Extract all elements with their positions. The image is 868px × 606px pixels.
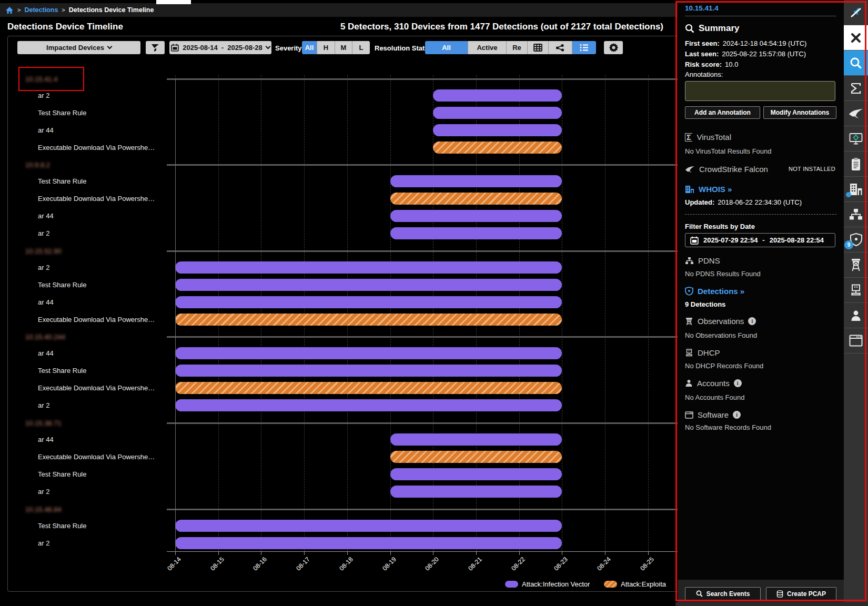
modify-annotations-button[interactable]: Modify Annotations <box>763 106 836 119</box>
timeline-bar[interactable] <box>175 382 562 394</box>
rail-search-button[interactable] <box>844 50 868 76</box>
severity-all-button[interactable]: All <box>302 41 317 54</box>
timeline-bar[interactable] <box>175 537 562 549</box>
timeline-bar[interactable] <box>175 261 562 274</box>
rail-observations-button[interactable] <box>844 252 868 278</box>
severity-low-button[interactable]: L <box>352 41 370 54</box>
detection-rule-label: Test Share Rule <box>38 522 87 530</box>
rail-dhcp-button[interactable] <box>844 278 868 303</box>
panel-date-range[interactable]: 2025-07-29 22:54 - 2025-08-28 22:54 <box>685 233 835 247</box>
device-ip-label[interactable]: 10.15.40.244 <box>25 333 65 341</box>
add-annotation-button[interactable]: Add an Annotation <box>685 106 760 119</box>
search-events-button[interactable]: Search Events <box>685 587 761 600</box>
severity-medium-button[interactable]: M <box>335 41 352 54</box>
timeline-bar[interactable] <box>433 142 562 154</box>
clipboard-icon <box>851 157 861 171</box>
device-ip-label[interactable]: 10.15.41.4 <box>25 75 57 83</box>
rail-endpoint-monitor-button[interactable] <box>844 126 868 152</box>
breadcrumb-detections[interactable]: Detections <box>24 6 58 14</box>
info-icon[interactable]: i <box>734 379 742 387</box>
home-icon[interactable] <box>5 6 14 14</box>
timeline-bar[interactable] <box>175 296 562 308</box>
detection-rule-label: ar 44 <box>38 298 54 306</box>
rail-accounts-button[interactable] <box>844 303 868 328</box>
graph-view-button[interactable] <box>549 41 572 54</box>
timeline-bar[interactable] <box>390 468 562 480</box>
timeline-bar[interactable] <box>175 520 562 532</box>
virustotal-title: VirusTotal <box>697 133 731 142</box>
detections-link[interactable]: Detections » <box>685 287 744 296</box>
rail-unpin-button[interactable] <box>844 0 868 25</box>
timeline-bar[interactable] <box>433 107 562 119</box>
severity-high-button[interactable]: H <box>317 41 335 54</box>
resolution-all-button[interactable]: All <box>425 41 468 54</box>
timeline-bar[interactable] <box>390 210 562 222</box>
last-seen-label: Last seen: <box>685 50 719 58</box>
timeline-bar[interactable] <box>390 451 562 463</box>
table-view-button[interactable] <box>528 41 549 54</box>
timeline-bar[interactable] <box>175 399 562 411</box>
severity-segmented: All H M L <box>302 41 370 54</box>
timeline-bar[interactable] <box>390 227 562 239</box>
settings-button[interactable] <box>604 41 623 54</box>
date-range-button[interactable]: 2025-08-14 - 2025-08-28 <box>169 41 271 54</box>
timeline-bar[interactable] <box>433 124 562 136</box>
rail-virustotal-button[interactable] <box>844 76 868 101</box>
crowdstrike-title: CrowdStrike Falcon <box>699 165 768 174</box>
sigma-icon: Σ <box>685 133 692 142</box>
list-view-button[interactable] <box>572 41 596 54</box>
device-ip-label[interactable]: 10.9.8.2 <box>25 161 50 169</box>
device-ip-label[interactable]: 10.15.38.71 <box>25 419 62 427</box>
axis-tick <box>261 552 261 555</box>
last-seen-row: Last seen:2025-08-22 15:57:08 (UTC) <box>685 50 806 58</box>
annotations-input[interactable] <box>685 81 835 101</box>
date-end: 2025-08-28 <box>227 44 263 52</box>
first-seen-label: First seen: <box>685 39 720 47</box>
first-seen-value: 2024-12-18 04:54:19 (UTC) <box>723 39 807 47</box>
filter-button[interactable] <box>146 41 165 54</box>
timeline-bar[interactable] <box>175 314 562 326</box>
dhcp-empty: No DHCP Records Found <box>685 362 763 370</box>
rail-software-button[interactable] <box>844 328 868 354</box>
first-seen-row: First seen:2024-12-18 04:54:19 (UTC) <box>685 39 806 47</box>
pin-slash-icon <box>849 6 863 19</box>
detection-rule-label: ar 2 <box>38 488 49 496</box>
risk-score-label: Risk score: <box>685 60 722 68</box>
whois-link[interactable]: WHOIS » <box>685 185 732 194</box>
resolution-resolved-button[interactable]: Re <box>507 41 528 54</box>
info-icon[interactable]: i <box>733 411 741 419</box>
rail-pdns-button[interactable] <box>844 202 868 227</box>
detection-rule-label: ar 44 <box>38 212 54 220</box>
rail-crowdstrike-button[interactable] <box>844 101 868 126</box>
timeline-bar[interactable] <box>390 433 562 446</box>
rail-whois-button[interactable] <box>844 177 868 202</box>
pdns-heading: PDNS <box>685 256 720 265</box>
rail-close-button[interactable] <box>844 25 868 50</box>
whois-updated-label: Updated: <box>685 198 714 206</box>
detection-rule-label: Test Share Rule <box>38 177 87 185</box>
sitemap-icon <box>849 208 863 220</box>
crowdstrike-status: NOT INSTALLED <box>789 166 835 172</box>
device-ip-label[interactable]: 10.15.52.90 <box>25 247 62 255</box>
timeline-bar[interactable] <box>390 486 562 498</box>
timeline-bar[interactable] <box>175 347 562 359</box>
breadcrumb-separator: > <box>17 7 21 13</box>
date-start: 2025-08-14 <box>183 44 218 52</box>
rail-notes-button[interactable] <box>844 152 868 177</box>
device-ip-label[interactable]: 10.15.48.84 <box>25 506 62 513</box>
info-icon[interactable]: i <box>748 317 756 325</box>
search-icon <box>696 590 703 597</box>
timeline-bar[interactable] <box>175 279 562 291</box>
impacted-devices-dropdown[interactable]: Impacted Devices <box>17 41 140 54</box>
timeline-bar[interactable] <box>390 193 562 205</box>
create-pcap-button[interactable]: Create PCAP <box>766 587 836 600</box>
resolution-active-button[interactable]: Active <box>468 41 507 54</box>
rail-detections-button[interactable]: 9 <box>844 227 868 252</box>
virustotal-empty: No VirusTotal Results Found <box>685 147 772 155</box>
timeline-bar[interactable] <box>433 89 562 102</box>
dashed-divider <box>685 214 836 215</box>
dhcp-title: DHCP <box>698 348 720 357</box>
panel-device-title[interactable]: 10.15.41.4 <box>685 4 719 12</box>
timeline-bar[interactable] <box>390 175 562 187</box>
timeline-bar[interactable] <box>175 365 562 377</box>
